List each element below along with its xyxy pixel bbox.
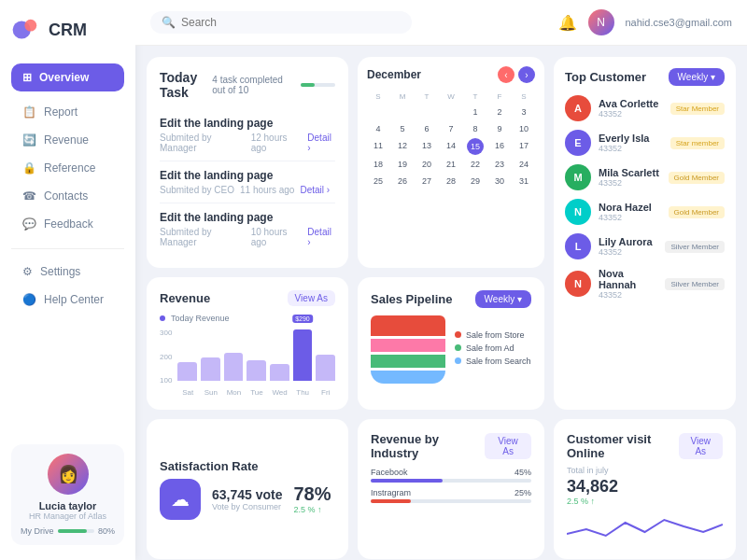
calendar-day[interactable]: 6 — [416, 121, 438, 136]
task-item: Edit the landing page Submited by Manage… — [160, 203, 335, 255]
view-as-button[interactable]: View As — [288, 290, 335, 306]
calendar-day[interactable]: 8 — [464, 121, 486, 136]
header-right: 🔔 N nahid.cse3@gmail.com — [558, 9, 733, 35]
revenue-header: Revenue View As — [160, 290, 335, 306]
weekly-button[interactable]: Weekly ▾ — [669, 68, 725, 86]
sales-title: Sales Pipeline — [371, 292, 452, 306]
industry-card: Revenue by Industry View As Facebook 45%… — [358, 419, 544, 559]
calendar-day[interactable]: 20 — [416, 157, 438, 172]
logo: CRM — [11, 15, 124, 45]
customer-avatar: L — [565, 233, 591, 259]
industry-view-as[interactable]: View As — [485, 433, 531, 459]
task-title: Today Task — [160, 70, 212, 100]
sales-weekly-btn[interactable]: Weekly ▾ — [475, 290, 531, 308]
member-badge: Gold Member — [669, 206, 725, 218]
calendar-day[interactable]: 27 — [416, 174, 438, 189]
calendar-day[interactable]: 4 — [367, 121, 389, 136]
task-item-title: Edit the landing page — [160, 117, 335, 130]
sidebar-item-help[interactable]: 🔵 Help Center — [11, 287, 124, 313]
bar-sat — [177, 362, 197, 381]
member-badge: Silver Member — [665, 278, 725, 290]
user-email: nahid.cse3@gmail.com — [626, 17, 733, 28]
avatar: 👩 — [48, 454, 89, 495]
task-detail[interactable]: Detail › — [300, 185, 330, 195]
calendar-day[interactable]: 22 — [464, 157, 486, 172]
customer-avatar: N — [565, 199, 591, 225]
calendar-day[interactable]: 25 — [367, 174, 389, 189]
satisfaction-percent-block: 78% 2.5 % ↑ — [294, 483, 331, 514]
customer-item: N Nova Hannah 43352 Silver Member — [565, 268, 725, 300]
bar-wed — [270, 364, 289, 381]
calendar-day[interactable]: 1 — [464, 105, 486, 119]
customer-info: Mila Scarlett 43352 — [599, 167, 661, 188]
customer-avatar: M — [565, 164, 591, 190]
revenue-title: Revenue — [160, 291, 210, 305]
calendar-next-btn[interactable]: › — [518, 66, 535, 83]
legend-item-search: Sale from Search — [455, 357, 531, 366]
calendar-day[interactable]: 23 — [488, 157, 511, 172]
sidebar-item-reference[interactable]: 🔒 Reference — [11, 155, 124, 181]
sidebar-item-settings[interactable]: ⚙ Settings — [11, 259, 124, 285]
header: 🔍 🔔 N nahid.cse3@gmail.com — [135, 0, 747, 46]
calendar-day[interactable]: 18 — [367, 157, 389, 172]
sidebar-item-report[interactable]: 📋 Report — [11, 99, 124, 125]
sidebar-item-contacts[interactable]: ☎ Contacts — [11, 183, 124, 209]
calendar-day[interactable]: 19 — [391, 157, 414, 172]
calendar-day[interactable]: 24 — [513, 157, 535, 172]
sales-header: Sales Pipeline Weekly ▾ — [371, 290, 531, 308]
customer-info: Everly Isla 43352 — [599, 133, 663, 153]
calendar-grid: S M T W T F S 1 2 3 4 5 — [367, 91, 535, 189]
customer-avatar: N — [565, 271, 591, 297]
customer-info: Nora Hazel 43352 — [599, 202, 661, 222]
legend-item-ad: Sale from Ad — [455, 343, 531, 353]
calendar-day[interactable]: 30 — [488, 174, 511, 189]
calendar-day[interactable]: 21 — [440, 157, 462, 172]
calendar-day[interactable]: 17 — [513, 138, 535, 155]
svg-point-1 — [24, 20, 36, 32]
customer-avatar: A — [565, 95, 591, 121]
calendar-day[interactable]: 3 — [513, 105, 535, 119]
legend-dot — [160, 315, 165, 321]
calendar-day[interactable]: 26 — [391, 174, 414, 189]
task-detail[interactable]: Detail › — [307, 227, 335, 247]
drive-bar — [58, 529, 94, 533]
sidebar-item-overview[interactable]: ⊞ Overview — [11, 63, 124, 91]
calendar-day[interactable]: 28 — [440, 174, 462, 189]
calendar-day[interactable]: 5 — [391, 121, 414, 136]
customer-info: Lily Aurora 43352 — [599, 236, 657, 257]
calendar-prev-btn[interactable]: ‹ — [498, 66, 514, 83]
top-customer-card: Top Customer Weekly ▾ A Ava Corlette 433… — [554, 57, 736, 410]
calendar-day[interactable]: 9 — [488, 121, 511, 136]
sales-pipeline-card: Sales Pipeline Weekly ▾ Sale from Store — [358, 277, 544, 410]
calendar-today[interactable]: 15 — [467, 138, 484, 155]
task-item-sub: Submited by CEO 11 hours ago Detail › — [160, 185, 335, 195]
member-badge: Gold Member — [669, 172, 725, 184]
calendar-day[interactable]: 10 — [513, 121, 535, 136]
task-detail[interactable]: Detail › — [307, 133, 335, 153]
calendar-header: December ‹ › — [367, 66, 535, 83]
sidebar-item-revenue[interactable]: 🔄 Revenue — [11, 127, 124, 153]
satisfaction-card: Satisfaction Rate ☁ 63,745 vote Vote by … — [147, 419, 348, 559]
progress-fill — [301, 83, 315, 87]
calendar-day[interactable]: 29 — [464, 174, 486, 189]
calendar-day[interactable]: 13 — [416, 138, 438, 155]
calendar-day[interactable]: 11 — [367, 138, 389, 155]
funnel — [371, 315, 445, 384]
visit-view-as[interactable]: View As — [679, 433, 723, 459]
calendar-day[interactable]: 16 — [488, 138, 511, 155]
user-card: 👩 Lucia taylor HR Manager of Atlas My Dr… — [11, 444, 124, 545]
calendar-day[interactable]: 7 — [440, 121, 462, 136]
search-input[interactable] — [181, 16, 401, 29]
search-box[interactable]: 🔍 — [150, 11, 412, 34]
bar-mon — [224, 353, 244, 381]
user-icon-header: N — [588, 9, 614, 35]
calendar-day[interactable]: 2 — [488, 105, 511, 119]
calendar-day[interactable]: 14 — [440, 138, 462, 155]
bell-icon[interactable]: 🔔 — [558, 14, 577, 32]
settings-icon: ⚙ — [22, 265, 33, 278]
task-item: Edit the landing page Submited by Manage… — [160, 109, 335, 161]
sidebar-item-feedback[interactable]: 💬 Feedback — [11, 211, 124, 237]
calendar-day[interactable]: 31 — [513, 174, 535, 189]
drive-bar-container: My Drive 80% — [21, 526, 115, 536]
calendar-day[interactable]: 12 — [391, 138, 414, 155]
